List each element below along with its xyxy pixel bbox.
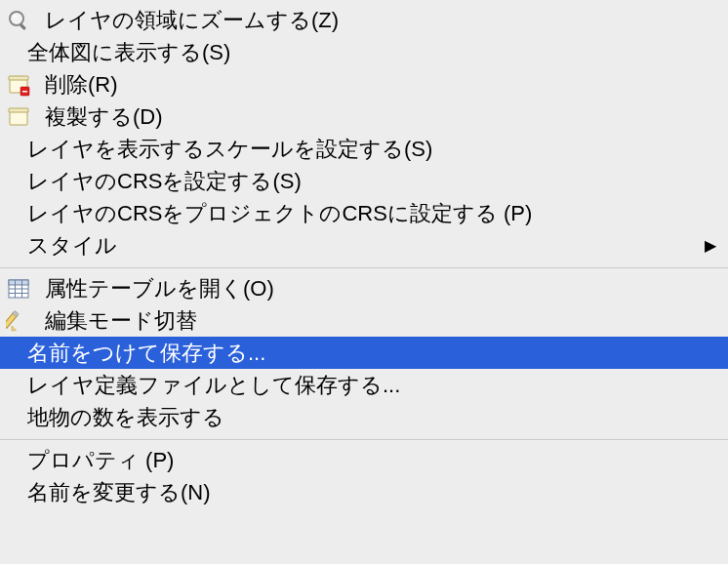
menu-item-style[interactable]: スタイル ▶	[0, 229, 728, 262]
menu-item-label: レイヤのCRSを設定する(S)	[27, 171, 302, 192]
menu-item-save-as[interactable]: 名前をつけて保存する...	[0, 337, 728, 369]
svg-rect-10	[9, 280, 28, 285]
delete-layer-icon	[6, 72, 43, 98]
menu-item-label: 名前を変更する(N)	[27, 482, 211, 504]
menu-item-label: 地物の数を表示する	[27, 407, 224, 428]
menu-item-label: スタイル	[27, 235, 117, 257]
menu-item-open-attribute-table[interactable]: 属性テーブルを開く(O)	[0, 272, 728, 304]
menu-item-label: 複製する(D)	[45, 106, 163, 128]
menu-item-zoom-to-layer[interactable]: レイヤの領域にズームする(Z)	[0, 4, 728, 36]
duplicate-layer-icon	[6, 104, 43, 130]
svg-rect-8	[9, 108, 28, 112]
menu-item-label: レイヤのCRSをプロジェクトのCRSに設定する (P)	[27, 203, 532, 224]
menu-item-label: プロパティ (P)	[27, 450, 174, 471]
menu-item-label: 属性テーブルを開く(O)	[45, 278, 274, 300]
menu-item-label: レイヤを表示するスケールを設定する(S)	[27, 139, 432, 160]
menu-group-1: レイヤの領域にズームする(Z) 全体図に表示する(S) 削除(R)	[0, 0, 728, 267]
pencil-icon	[6, 308, 43, 334]
svg-rect-6	[22, 91, 27, 93]
menu-item-label: 編集モード切替	[45, 310, 197, 332]
menu-item-duplicate[interactable]: 複製する(D)	[0, 101, 728, 133]
svg-point-2	[14, 15, 17, 18]
menu-group-2: 属性テーブルを開く(O) 編集モード切替 名前をつけて保存する... レイヤ定義…	[0, 268, 728, 439]
menu-item-set-scale-visibility[interactable]: レイヤを表示するスケールを設定する(S)	[0, 133, 728, 165]
zoom-icon	[6, 8, 43, 33]
menu-item-label: レイヤ定義ファイルとして保存する...	[27, 375, 400, 396]
svg-marker-15	[12, 326, 17, 331]
menu-item-toggle-editing[interactable]: 編集モード切替	[0, 304, 728, 337]
menu-item-label: 全体図に表示する(S)	[27, 42, 230, 63]
menu-item-show-in-overview[interactable]: 全体図に表示する(S)	[0, 36, 728, 68]
table-icon	[6, 276, 43, 302]
menu-item-rename[interactable]: 名前を変更する(N)	[0, 476, 728, 508]
menu-item-show-feature-count[interactable]: 地物の数を表示する	[0, 401, 728, 433]
menu-item-label: 削除(R)	[45, 74, 118, 96]
svg-point-0	[10, 12, 23, 25]
menu-item-label: レイヤの領域にズームする(Z)	[45, 10, 339, 31]
menu-group-3: プロパティ (P) 名前を変更する(N)	[0, 440, 728, 514]
chevron-right-icon: ▶	[705, 236, 718, 255]
menu-item-label: 名前をつけて保存する...	[27, 342, 265, 364]
menu-item-properties[interactable]: プロパティ (P)	[0, 444, 728, 476]
menu-item-save-as-layer-definition[interactable]: レイヤ定義ファイルとして保存する...	[0, 369, 728, 401]
menu-item-set-layer-crs[interactable]: レイヤのCRSを設定する(S)	[0, 165, 728, 197]
svg-rect-4	[9, 76, 28, 80]
menu-item-set-project-crs-from-layer[interactable]: レイヤのCRSをプロジェクトのCRSに設定する (P)	[0, 197, 728, 229]
context-menu: レイヤの領域にズームする(Z) 全体図に表示する(S) 削除(R)	[0, 0, 728, 514]
menu-item-remove[interactable]: 削除(R)	[0, 68, 728, 101]
